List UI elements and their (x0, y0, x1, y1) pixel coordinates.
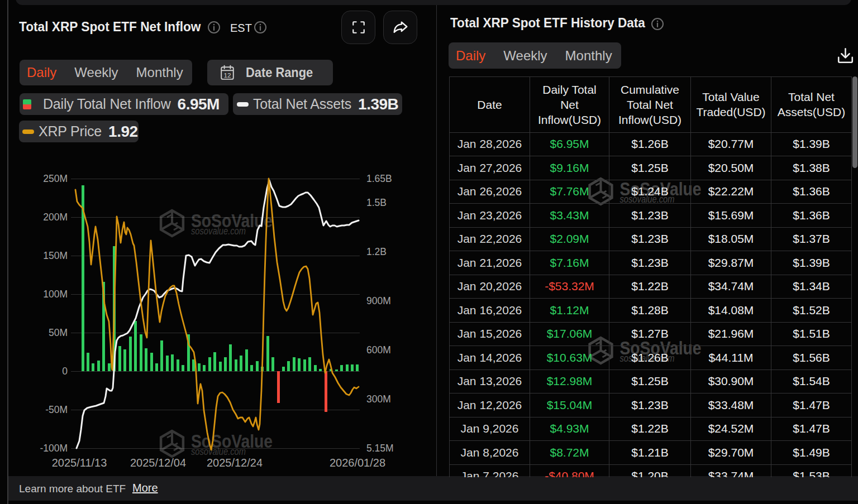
svg-text:200M: 200M (43, 212, 68, 223)
svg-text:2025/12/24: 2025/12/24 (207, 457, 263, 469)
svg-text:2025/12/04: 2025/12/04 (130, 457, 186, 469)
svg-text:300M: 300M (366, 393, 391, 405)
svg-text:2025/11/13: 2025/11/13 (52, 457, 107, 469)
svg-text:-100M: -100M (40, 443, 68, 454)
svg-text:1.2B: 1.2B (366, 246, 387, 257)
svg-text:1.5B: 1.5B (366, 197, 387, 208)
svg-text:sosovalue.com: sosovalue.com (191, 446, 246, 457)
svg-text:0: 0 (62, 366, 68, 377)
svg-text:1.65B: 1.65B (366, 173, 392, 184)
svg-text:250M: 250M (43, 173, 68, 184)
svg-text:2026/01/28: 2026/01/28 (330, 457, 385, 469)
svg-text:600M: 600M (366, 344, 391, 356)
svg-text:5.15M: 5.15M (366, 443, 394, 454)
svg-text:-50M: -50M (45, 404, 68, 415)
svg-text:50M: 50M (49, 327, 68, 338)
svg-text:100M: 100M (43, 289, 68, 300)
svg-text:900M: 900M (366, 295, 391, 306)
svg-text:150M: 150M (43, 250, 68, 261)
svg-text:sosovalue.com: sosovalue.com (191, 225, 246, 237)
